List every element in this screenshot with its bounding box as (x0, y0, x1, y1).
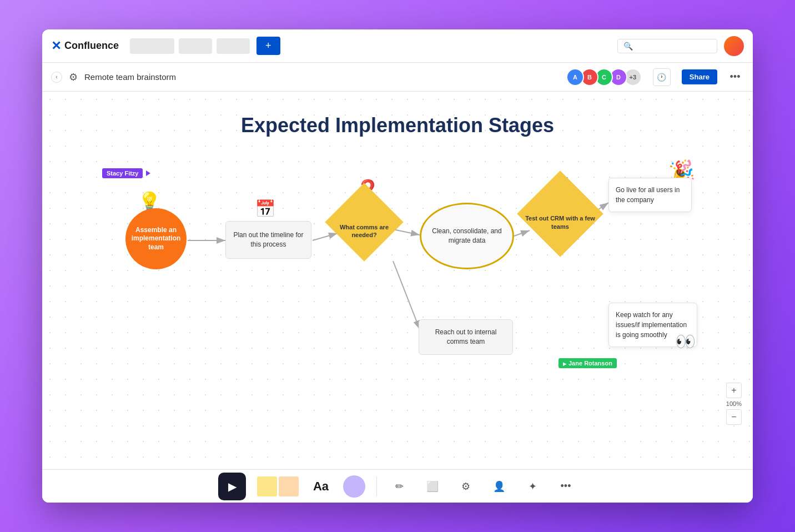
stacy-label: Stacy Fitzy (102, 168, 143, 178)
connect-tool[interactable]: ⚙ (455, 475, 477, 498)
eyes-icon: 👀 (675, 332, 696, 351)
search-box[interactable]: 🔍 (617, 39, 717, 53)
node-oval[interactable]: Clean, consolidate, and migrate data (420, 203, 514, 269)
flow-arrows (42, 92, 753, 469)
nav-pills (130, 38, 250, 54)
node-reach[interactable]: Reach out to internal comms team (419, 319, 513, 355)
add-button[interactable]: + (256, 37, 280, 55)
history-button[interactable]: 🕐 (653, 68, 671, 86)
browser-window: ✕ Confluence + 🔍 ‹ ⚙ Remote team brainst… (42, 29, 753, 503)
frame-tool[interactable]: ⬜ (421, 475, 444, 498)
nav-pill-1[interactable] (130, 38, 174, 54)
zoom-in-button[interactable]: + (726, 383, 742, 398)
search-icon: 🔍 (623, 42, 633, 51)
page-title: Remote team brainstorm (84, 72, 176, 82)
play-button[interactable]: ▶ (218, 473, 246, 500)
toolbar-divider-1 (376, 476, 377, 496)
star-tool[interactable]: ✦ (521, 475, 544, 498)
sticky-note-top[interactable]: Go live for all users in the company (608, 178, 692, 212)
zoom-controls: + 100% − (724, 383, 744, 425)
text-tool-label: Aa (313, 479, 329, 494)
nav-pill-3[interactable] (217, 38, 250, 54)
sticky-orange (279, 476, 299, 496)
sticky-notes-tool[interactable] (257, 476, 299, 496)
node-diamond2[interactable]: Test out CRM with a few teams (521, 183, 600, 262)
page-icon: ⚙ (69, 71, 78, 83)
canvas-title: Expected Implementation Stages (42, 114, 753, 137)
more-options-button[interactable]: ••• (726, 68, 744, 86)
pen-tool[interactable]: ✏ (388, 475, 410, 498)
bottom-toolbar: ▶ Aa ✏ ⬜ ⚙ 👤 ✦ ••• (42, 469, 753, 503)
more-tools-button[interactable]: ••• (555, 475, 577, 498)
logo-text: Confluence (64, 40, 119, 52)
node-diamond[interactable]: What comms are needed? (328, 194, 401, 268)
svg-line-4 (393, 261, 420, 329)
user-avatar[interactable] (724, 36, 744, 56)
confluence-logo: ✕ Confluence (51, 39, 119, 53)
share-button[interactable]: Share (682, 69, 717, 84)
collaborators: A B C D +3 (570, 68, 642, 86)
top-bar: ✕ Confluence + 🔍 (42, 29, 753, 63)
text-tool[interactable]: Aa (310, 475, 332, 498)
collab-avatar-1: A (566, 68, 584, 86)
nav-pill-2[interactable] (179, 38, 212, 54)
collapse-sidebar-button[interactable]: ‹ (51, 72, 62, 83)
zoom-out-button[interactable]: − (726, 409, 742, 425)
canvas[interactable]: Expected Implementation Stages Stacy Fit… (42, 92, 753, 469)
node-timeline[interactable]: Plan out the timeline for this process (225, 221, 311, 259)
search-input[interactable] (636, 42, 711, 50)
calendar-icon: 📅 (255, 199, 275, 218)
person-tool[interactable]: 👤 (488, 475, 510, 498)
sticky-yellow (257, 476, 277, 496)
jane-label: Jane Rotanson (558, 358, 617, 368)
shape-tool[interactable] (343, 475, 365, 498)
zoom-level: 100% (724, 399, 744, 408)
node-oval-container: Clean, consolidate, and migrate data (420, 203, 514, 269)
node-assemble[interactable]: Assemble an implementation team (125, 208, 187, 269)
sub-bar: ‹ ⚙ Remote team brainstorm A B C D +3 🕐 … (42, 63, 753, 92)
confluence-logo-icon: ✕ (51, 39, 61, 53)
